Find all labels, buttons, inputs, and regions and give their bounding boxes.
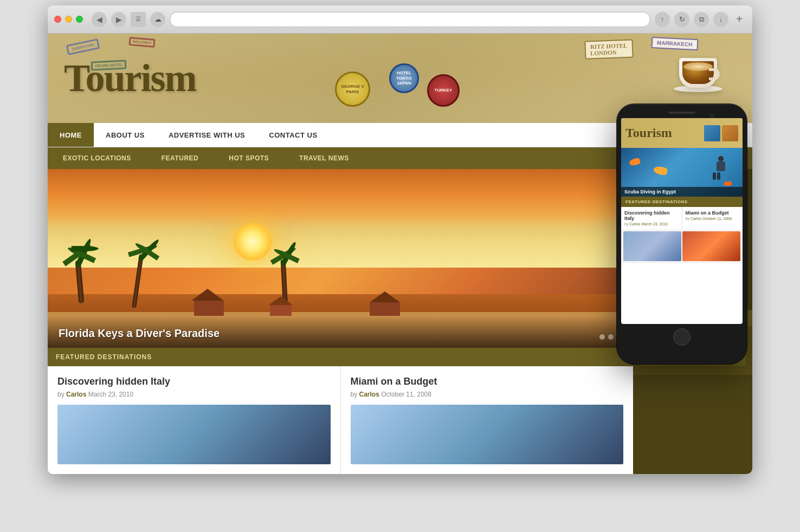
hero-title: Florida Keys a Diver's Paradise	[59, 327, 622, 340]
coffee-cup	[671, 38, 725, 92]
forward-icon: ▶	[116, 15, 122, 24]
card-miami-thumbnail	[351, 405, 624, 464]
phone-home-button[interactable]	[673, 328, 691, 346]
site-logo: Tourism	[64, 56, 196, 101]
share-button[interactable]: ↑	[655, 12, 670, 27]
cup-handle	[709, 68, 720, 80]
phone-thumb-miami	[682, 231, 740, 261]
phone-logo: Tourism	[625, 126, 672, 140]
featured-section-header: FEATURED DESTINATIONS	[48, 348, 633, 366]
featured-grid: Discovering hidden Italy by Carlos March…	[48, 366, 633, 474]
mobile-overlay: Tourism	[617, 104, 752, 375]
dot-1[interactable]	[599, 334, 605, 340]
beach-hut-1	[194, 289, 224, 316]
phone-card-miami-date: October 11, 2008	[702, 217, 732, 220]
phone-card-miami-author: Carlos	[691, 217, 701, 220]
diver	[713, 156, 729, 178]
card-miami-author: Carlos	[359, 391, 379, 398]
phone-thumb-italy	[623, 231, 681, 261]
content-area: Florida Keys a Diver's Paradise FEATURED…	[48, 169, 633, 474]
phone-header-images	[704, 125, 738, 141]
back-icon: ◀	[96, 15, 102, 24]
phone-card-italy-author: Carlos	[629, 222, 640, 226]
forward-button[interactable]: ▶	[111, 12, 126, 27]
card-italy-title: Discovering hidden Italy	[57, 376, 331, 387]
nav-home[interactable]: HOME	[48, 123, 94, 147]
add-tab-button[interactable]: +	[733, 13, 746, 26]
palm-tree-2	[136, 254, 140, 308]
card-miami-date: October 11, 2008	[381, 391, 431, 398]
phone-card-miami-title: Miami on a Budget	[686, 210, 740, 216]
card-italy-date: March 23, 2010	[88, 391, 133, 398]
fullscreen-button[interactable]	[76, 16, 83, 23]
beach-hut-3	[370, 291, 400, 316]
phone-card-italy-title: Discovering hidden Italy	[624, 210, 679, 221]
phone-camera	[710, 114, 714, 118]
close-button[interactable]	[54, 16, 61, 23]
card-italy-thumbnail	[57, 405, 331, 464]
featured-section: FEATURED DESTINATIONS Discovering hidden…	[48, 348, 633, 474]
download-icon: ↓	[719, 15, 723, 23]
phone-featured-grid: Discovering hidden Italy by Carlos March…	[621, 207, 743, 229]
phone-card-miami[interactable]: Miami on a Budget by Carlos October 11, …	[682, 207, 743, 229]
phone-hero-caption: Scuba Diving in Egypt	[621, 187, 743, 197]
phone-card-italy-meta: by Carlos March 23, 2010	[624, 222, 679, 226]
tab-manager-button[interactable]: ⧉	[694, 12, 709, 27]
nav-exotic[interactable]: EXOTIC LOCATIONS	[48, 147, 146, 169]
phone-thumbnails	[621, 229, 743, 263]
dot-2[interactable]	[608, 334, 614, 340]
card-miami-meta: by Carlos October 11, 2008	[351, 391, 624, 398]
card-italy-author: Carlos	[66, 391, 86, 398]
phone-card-italy[interactable]: Discovering hidden Italy by Carlos March…	[621, 207, 682, 229]
featured-card-miami[interactable]: Miami on a Budget by Carlos October 11, …	[341, 366, 634, 474]
cup-foam	[683, 62, 713, 71]
hero-slider[interactable]: Florida Keys a Diver's Paradise	[48, 169, 633, 348]
phone-section-header: FEATURED DESTINATIONS	[621, 197, 743, 207]
card-miami-title: Miami on a Budget	[351, 376, 624, 387]
nav-featured[interactable]: FEATURED	[146, 147, 214, 169]
cloud-button[interactable]: ☁	[150, 12, 165, 27]
cloud-icon: ☁	[154, 15, 162, 23]
nav-advertise[interactable]: ADVERTISE WITH US	[157, 123, 257, 147]
beach-hut-2	[270, 296, 293, 316]
download-button[interactable]: ↓	[713, 12, 728, 27]
traffic-lights	[54, 16, 83, 23]
minimize-button[interactable]	[65, 16, 72, 23]
phone-card-italy-date: March 23, 2010	[642, 222, 668, 226]
back-button[interactable]: ◀	[92, 12, 107, 27]
card-italy-meta: by Carlos March 23, 2010	[57, 391, 331, 398]
sidebar-icon: ☰	[136, 16, 141, 23]
phone-speaker	[668, 112, 695, 114]
nav-travel-news[interactable]: TRAVEL NEWS	[284, 147, 364, 169]
sun-orb	[234, 223, 272, 261]
featured-card-italy[interactable]: Discovering hidden Italy by Carlos March…	[48, 366, 340, 474]
browser-titlebar: ◀ ▶ ☰ ☁ ↑ ↻ ⧉ ↓ +	[48, 5, 752, 34]
nav-contact[interactable]: CONTACT US	[257, 123, 329, 147]
reload-icon: ↻	[679, 15, 685, 23]
sidebar-button[interactable]: ☰	[131, 12, 146, 27]
phone-shell: Tourism	[617, 104, 747, 364]
hero-caption: Florida Keys a Diver's Paradise	[48, 316, 633, 348]
reload-button[interactable]: ↻	[674, 12, 689, 27]
palm-tree-1	[77, 260, 82, 303]
share-icon: ↑	[661, 15, 664, 23]
tab-manager-icon: ⧉	[699, 15, 704, 24]
nav-hotspots[interactable]: HOT SPOTS	[214, 147, 284, 169]
phone-site-header: Tourism	[621, 118, 743, 148]
fish-3	[724, 181, 732, 186]
phone-card-miami-meta: by Carlos October 11, 2008	[686, 217, 740, 220]
phone-hero: Scuba Diving in Egypt	[621, 148, 743, 197]
nav-about[interactable]: ABOUT US	[94, 123, 157, 147]
website-wrapper: DUBROVNIK MALLORCA GRAND HOTEL Ritz Hote…	[48, 34, 752, 474]
browser-window: ◀ ▶ ☰ ☁ ↑ ↻ ⧉ ↓ +	[48, 5, 752, 474]
address-bar[interactable]	[170, 12, 650, 27]
phone-screen: Tourism	[621, 118, 743, 324]
